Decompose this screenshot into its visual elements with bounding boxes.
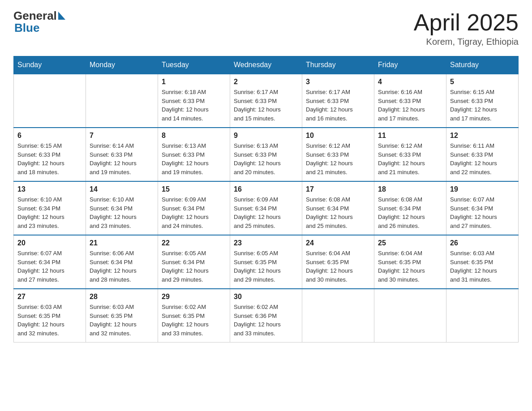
day-cell: 29Sunrise: 6:02 AM Sunset: 6:35 PM Dayli… bbox=[158, 289, 230, 342]
day-number: 19 bbox=[450, 185, 515, 193]
day-number: 1 bbox=[162, 78, 226, 86]
day-cell bbox=[302, 289, 374, 342]
day-info: Sunrise: 6:03 AM Sunset: 6:35 PM Dayligh… bbox=[90, 303, 154, 338]
day-number: 22 bbox=[162, 239, 226, 247]
day-cell: 26Sunrise: 6:03 AM Sunset: 6:35 PM Dayli… bbox=[446, 235, 519, 289]
day-cell: 27Sunrise: 6:03 AM Sunset: 6:35 PM Dayli… bbox=[14, 289, 86, 342]
day-info: Sunrise: 6:07 AM Sunset: 6:34 PM Dayligh… bbox=[450, 195, 515, 230]
day-info: Sunrise: 6:12 AM Sunset: 6:33 PM Dayligh… bbox=[378, 141, 442, 176]
day-cell: 10Sunrise: 6:12 AM Sunset: 6:33 PM Dayli… bbox=[302, 128, 374, 181]
day-cell bbox=[86, 74, 158, 128]
day-cell: 30Sunrise: 6:02 AM Sunset: 6:36 PM Dayli… bbox=[230, 289, 302, 342]
day-cell: 13Sunrise: 6:10 AM Sunset: 6:34 PM Dayli… bbox=[14, 181, 86, 235]
day-cell: 22Sunrise: 6:05 AM Sunset: 6:34 PM Dayli… bbox=[158, 235, 230, 289]
day-number: 27 bbox=[17, 293, 82, 301]
header-cell-sunday: Sunday bbox=[14, 56, 86, 74]
day-cell: 18Sunrise: 6:08 AM Sunset: 6:34 PM Dayli… bbox=[374, 181, 446, 235]
header-cell-monday: Monday bbox=[86, 56, 158, 74]
day-info: Sunrise: 6:14 AM Sunset: 6:33 PM Dayligh… bbox=[90, 141, 154, 176]
day-info: Sunrise: 6:08 AM Sunset: 6:34 PM Dayligh… bbox=[306, 195, 370, 230]
day-number: 3 bbox=[306, 78, 370, 86]
day-cell: 3Sunrise: 6:17 AM Sunset: 6:33 PM Daylig… bbox=[302, 74, 374, 128]
day-cell: 4Sunrise: 6:16 AM Sunset: 6:33 PM Daylig… bbox=[374, 74, 446, 128]
day-info: Sunrise: 6:10 AM Sunset: 6:34 PM Dayligh… bbox=[90, 195, 154, 230]
day-cell: 7Sunrise: 6:14 AM Sunset: 6:33 PM Daylig… bbox=[86, 128, 158, 181]
day-info: Sunrise: 6:04 AM Sunset: 6:35 PM Dayligh… bbox=[306, 249, 370, 284]
day-cell bbox=[14, 74, 86, 128]
day-info: Sunrise: 6:12 AM Sunset: 6:33 PM Dayligh… bbox=[306, 141, 370, 176]
day-info: Sunrise: 6:13 AM Sunset: 6:33 PM Dayligh… bbox=[234, 141, 298, 176]
day-info: Sunrise: 6:06 AM Sunset: 6:34 PM Dayligh… bbox=[90, 249, 154, 284]
day-number: 24 bbox=[306, 239, 370, 247]
day-info: Sunrise: 6:17 AM Sunset: 6:33 PM Dayligh… bbox=[306, 88, 370, 123]
day-info: Sunrise: 6:18 AM Sunset: 6:33 PM Dayligh… bbox=[162, 88, 226, 123]
day-number: 8 bbox=[162, 132, 226, 140]
day-number: 11 bbox=[378, 132, 442, 140]
week-row-2: 6Sunrise: 6:15 AM Sunset: 6:33 PM Daylig… bbox=[14, 128, 519, 181]
day-number: 30 bbox=[234, 293, 298, 301]
day-info: Sunrise: 6:15 AM Sunset: 6:33 PM Dayligh… bbox=[17, 141, 82, 176]
day-number: 25 bbox=[378, 239, 442, 247]
day-number: 14 bbox=[90, 185, 154, 193]
day-info: Sunrise: 6:11 AM Sunset: 6:33 PM Dayligh… bbox=[450, 141, 515, 176]
day-cell: 23Sunrise: 6:05 AM Sunset: 6:35 PM Dayli… bbox=[230, 235, 302, 289]
logo-triangle-icon bbox=[58, 12, 65, 20]
day-number: 23 bbox=[234, 239, 298, 247]
page-header: General Blue April 2025 Korem, Tigray, E… bbox=[13, 9, 519, 47]
day-number: 5 bbox=[450, 78, 515, 86]
header-cell-friday: Friday bbox=[374, 56, 446, 74]
day-number: 10 bbox=[306, 132, 370, 140]
day-cell: 28Sunrise: 6:03 AM Sunset: 6:35 PM Dayli… bbox=[86, 289, 158, 342]
day-number: 26 bbox=[450, 239, 515, 247]
day-cell: 12Sunrise: 6:11 AM Sunset: 6:33 PM Dayli… bbox=[446, 128, 519, 181]
day-info: Sunrise: 6:09 AM Sunset: 6:34 PM Dayligh… bbox=[162, 195, 226, 230]
day-cell: 19Sunrise: 6:07 AM Sunset: 6:34 PM Dayli… bbox=[446, 181, 519, 235]
day-cell: 17Sunrise: 6:08 AM Sunset: 6:34 PM Dayli… bbox=[302, 181, 374, 235]
day-number: 6 bbox=[17, 132, 82, 140]
week-row-4: 20Sunrise: 6:07 AM Sunset: 6:34 PM Dayli… bbox=[14, 235, 519, 289]
logo: General Blue bbox=[13, 9, 65, 35]
week-row-3: 13Sunrise: 6:10 AM Sunset: 6:34 PM Dayli… bbox=[14, 181, 519, 235]
day-number: 7 bbox=[90, 132, 154, 140]
day-number: 21 bbox=[90, 239, 154, 247]
month-title: April 2025 bbox=[414, 9, 519, 36]
day-cell: 5Sunrise: 6:15 AM Sunset: 6:33 PM Daylig… bbox=[446, 74, 519, 128]
day-info: Sunrise: 6:17 AM Sunset: 6:33 PM Dayligh… bbox=[234, 88, 298, 123]
day-cell: 14Sunrise: 6:10 AM Sunset: 6:34 PM Dayli… bbox=[86, 181, 158, 235]
day-number: 18 bbox=[378, 185, 442, 193]
day-info: Sunrise: 6:05 AM Sunset: 6:35 PM Dayligh… bbox=[234, 249, 298, 284]
day-info: Sunrise: 6:13 AM Sunset: 6:33 PM Dayligh… bbox=[162, 141, 226, 176]
day-number: 28 bbox=[90, 293, 154, 301]
day-cell: 16Sunrise: 6:09 AM Sunset: 6:34 PM Dayli… bbox=[230, 181, 302, 235]
week-row-5: 27Sunrise: 6:03 AM Sunset: 6:35 PM Dayli… bbox=[14, 289, 519, 342]
day-cell: 8Sunrise: 6:13 AM Sunset: 6:33 PM Daylig… bbox=[158, 128, 230, 181]
day-info: Sunrise: 6:02 AM Sunset: 6:35 PM Dayligh… bbox=[162, 303, 226, 338]
title-section: April 2025 Korem, Tigray, Ethiopia bbox=[414, 9, 519, 47]
day-number: 13 bbox=[17, 185, 82, 193]
day-cell: 11Sunrise: 6:12 AM Sunset: 6:33 PM Dayli… bbox=[374, 128, 446, 181]
day-cell bbox=[446, 289, 519, 342]
header-cell-wednesday: Wednesday bbox=[230, 56, 302, 74]
day-info: Sunrise: 6:09 AM Sunset: 6:34 PM Dayligh… bbox=[234, 195, 298, 230]
header-cell-tuesday: Tuesday bbox=[158, 56, 230, 74]
day-cell: 20Sunrise: 6:07 AM Sunset: 6:34 PM Dayli… bbox=[14, 235, 86, 289]
day-info: Sunrise: 6:02 AM Sunset: 6:36 PM Dayligh… bbox=[234, 303, 298, 338]
day-cell: 2Sunrise: 6:17 AM Sunset: 6:33 PM Daylig… bbox=[230, 74, 302, 128]
day-info: Sunrise: 6:16 AM Sunset: 6:33 PM Dayligh… bbox=[378, 88, 442, 123]
day-cell: 9Sunrise: 6:13 AM Sunset: 6:33 PM Daylig… bbox=[230, 128, 302, 181]
calendar-header: SundayMondayTuesdayWednesdayThursdayFrid… bbox=[14, 56, 519, 74]
day-number: 12 bbox=[450, 132, 515, 140]
week-row-1: 1Sunrise: 6:18 AM Sunset: 6:33 PM Daylig… bbox=[14, 74, 519, 128]
day-info: Sunrise: 6:15 AM Sunset: 6:33 PM Dayligh… bbox=[450, 88, 515, 123]
day-info: Sunrise: 6:04 AM Sunset: 6:35 PM Dayligh… bbox=[378, 249, 442, 284]
day-info: Sunrise: 6:03 AM Sunset: 6:35 PM Dayligh… bbox=[17, 303, 82, 338]
day-number: 29 bbox=[162, 293, 226, 301]
day-number: 15 bbox=[162, 185, 226, 193]
day-number: 17 bbox=[306, 185, 370, 193]
calendar-body: 1Sunrise: 6:18 AM Sunset: 6:33 PM Daylig… bbox=[14, 74, 519, 342]
day-cell: 15Sunrise: 6:09 AM Sunset: 6:34 PM Dayli… bbox=[158, 181, 230, 235]
day-cell: 1Sunrise: 6:18 AM Sunset: 6:33 PM Daylig… bbox=[158, 74, 230, 128]
day-number: 2 bbox=[234, 78, 298, 86]
day-info: Sunrise: 6:03 AM Sunset: 6:35 PM Dayligh… bbox=[450, 249, 515, 284]
day-cell: 6Sunrise: 6:15 AM Sunset: 6:33 PM Daylig… bbox=[14, 128, 86, 181]
